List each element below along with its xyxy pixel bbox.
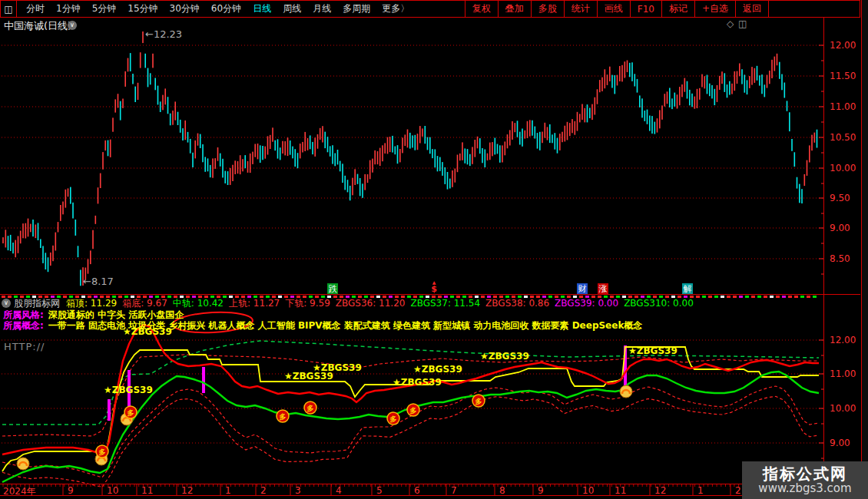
indicator-name: 股朋指标网 [14,297,60,310]
menu-统计[interactable]: 统计 [564,1,597,17]
http-watermark: HTTP:// [4,341,45,352]
diamond-icon[interactable]: ◇ [727,18,734,29]
axis-month-6: 3 [295,485,301,496]
period-tab-分时[interactable]: 分时 [26,2,45,15]
main-axis-tick-8.50: 8.50 [830,253,860,264]
trading-app-window: ◫ 分时1分钟5分钟15分钟30分钟60分钟日线周线月线多周期更多〉 复权叠加多… [0,0,868,499]
period-tab-日线[interactable]: 日线 [253,2,271,15]
period-tab-1分钟[interactable]: 1分钟 [56,2,81,15]
period-tab-30分钟[interactable]: 30分钟 [170,2,200,15]
ind-axis-tick-11.00: 11.00 [830,368,860,379]
indicator-field-ZBGS39: ZBGS39: 0.00 [555,298,618,309]
indicator-field-中轨: 中轨: 10.42 [173,298,224,309]
ind-axis-tick-12.00: 12.00 [830,335,860,345]
site-watermark: 指标公式网 www.zbgs3.com [742,461,868,499]
period-tab-更多〉[interactable]: 更多〉 [382,2,409,15]
concept-row-label: 所属概念: [3,320,44,331]
menu-+自选[interactable]: +自选 [694,1,735,17]
indicator-field-上轨: 上轨: 11.27 [229,298,280,309]
menu-标记[interactable]: 标记 [661,1,694,17]
axis-month-11: 8 [499,485,505,496]
zbgs39-star-label: ★ZBGS39 [123,326,172,337]
zbgs39-star-label: ★ZBGS39 [480,351,529,362]
event-marker-涨[interactable]: 涨 [598,283,608,294]
indicator-field-箱底: 箱底: 9.67 [122,298,167,309]
svg-text:多: 多 [99,448,106,456]
concept-row: 所属概念:一带一路 固态电池 垃圾分类 乡村振兴 机器人概念 人工智能 BIPV… [3,319,642,332]
zbgs39-star-label: ★ZBGS39 [104,385,153,395]
style-tags: 深股通标的 中字头 活跃小盘国企 [48,309,184,320]
axis-month-8: 5 [376,485,383,496]
axis-month-7: 4 [336,485,342,496]
main-axis-tick-12.00: 12.00 [830,40,860,51]
low-price-label: ←8.17 [83,276,114,287]
svg-text:多: 多 [390,415,397,423]
event-marker-解[interactable]: 解 [682,283,693,294]
axis-month-15: 12 [654,485,666,496]
site-watermark-url: www.zbgs3.com [758,482,851,495]
main-axis-tick-10.50: 10.50 [830,132,860,143]
window-split-icon[interactable]: ◫ [1,1,17,17]
svg-text:多: 多 [307,405,314,412]
axis-month-10: 7 [451,485,457,496]
period-tab-15分钟[interactable]: 15分钟 [128,2,157,15]
period-tabs: 分时1分钟5分钟15分钟30分钟60分钟日线周线月线多周期更多〉 [26,2,409,15]
menu-F10[interactable]: F10 [630,1,661,17]
axis-year-label: 2024年 [3,485,36,498]
zbgs39-star-label: ★ZBGS39 [393,377,442,388]
menu-多股[interactable]: 多股 [531,1,564,17]
axis-month-2: 11 [141,485,153,496]
main-axis-tick-9.00: 9.00 [830,223,860,233]
zbgs39-star-label: ★ZBGS39 [313,362,362,373]
main-axis-tick-10.00: 10.00 [830,163,860,173]
period-tab-60分钟[interactable]: 60分钟 [211,2,241,15]
event-marker-$[interactable]: ▲$ [429,283,439,294]
pane-icon[interactable]: ◫ [738,18,747,29]
menu-返回[interactable]: 返回 [735,1,769,17]
toolbar-right-menu: 复权叠加多股统计画线F10标记+自选返回 [465,1,769,17]
main-axis-tick-9.50: 9.50 [830,193,860,203]
indicator-values: 箱顶: 11.29箱底: 9.67中轨: 10.42上轨: 11.27下轨: 9… [66,297,699,310]
axis-month-14: 11 [615,485,626,496]
event-marker-财[interactable]: 财 [577,283,588,294]
ind-axis-tick-9.00: 9.00 [830,438,860,448]
axis-month-9: 6 [414,485,420,496]
site-watermark-title: 指标公式网 [763,465,847,482]
indicator-header: ∨ 股朋指标网 箱顶: 11.29箱底: 9.67中轨: 10.42上轨: 11… [2,298,699,309]
chevron-down-icon[interactable]: ∨ [68,21,77,30]
main-axis-tick-11.00: 11.00 [830,101,860,112]
axis-month-12: 9 [538,485,544,496]
menu-复权[interactable]: 复权 [465,1,498,17]
axis-month-3: 12 [181,485,193,496]
chevron-down-icon[interactable]: ∨ [2,299,11,308]
main-axis-tick-11.50: 11.50 [830,71,860,81]
zbgs39-star-label: ★ZBGS39 [413,364,462,375]
svg-text:多: 多 [475,398,482,405]
period-tab-月线[interactable]: 月线 [313,2,331,15]
period-tab-5分钟[interactable]: 5分钟 [92,2,117,15]
svg-text:多: 多 [410,407,417,415]
axis-month-5: 2 [260,485,267,496]
indicator-field-ZBGS36: ZBGS36: 11.20 [336,298,406,309]
event-marker-跌[interactable]: 跌 [327,283,338,294]
style-row-label: 所属风格: [3,309,44,320]
menu-画线[interactable]: 画线 [597,1,630,17]
axis-month-13: 10 [582,485,594,496]
indicator-field-下轨: 下轨: 9.59 [285,298,330,309]
axis-month-17: 2 [735,485,741,496]
menu-叠加[interactable]: 叠加 [498,1,531,17]
stock-title: 中国海诚(日线) [4,19,71,33]
axis-month-0: 9 [68,485,74,496]
ind-axis-tick-10.00: 10.00 [830,403,860,414]
svg-text:多: 多 [128,409,134,417]
zbgs39-star-label: ★ZBGS39 [628,345,678,356]
right-edge-strip [861,0,868,499]
period-tab-多周期[interactable]: 多周期 [343,2,370,15]
axis-month-16: 1 [697,485,704,496]
period-tab-周线[interactable]: 周线 [283,2,301,15]
indicator-field-ZBGS310: ZBGS310: 0.00 [624,298,694,309]
indicator-field-ZBGS38: ZBGS38: 0.86 [485,298,549,309]
indicator-field-箱顶: 箱顶: 11.29 [66,298,117,309]
toolbar: ◫ 分时1分钟5分钟15分钟30分钟60分钟日线周线月线多周期更多〉 复权叠加多… [0,0,860,18]
axis-month-4: 1 [225,485,231,496]
